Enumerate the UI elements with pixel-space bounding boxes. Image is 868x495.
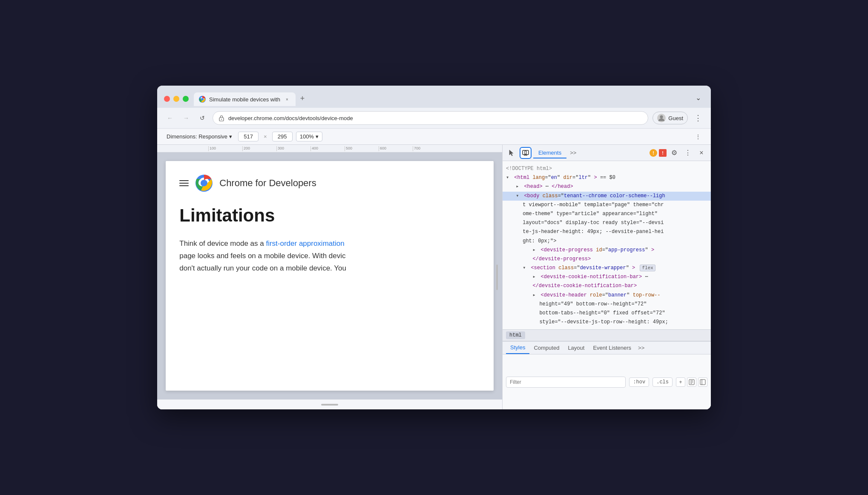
tab-styles[interactable]: Styles	[506, 342, 529, 354]
hamburger-menu[interactable]	[179, 180, 189, 186]
toggle-sidebar-icon	[700, 379, 706, 385]
tab-layout[interactable]: Layout	[563, 342, 589, 354]
new-tab-button[interactable]: +	[296, 92, 308, 104]
zoom-select[interactable]: 100% ▾	[296, 132, 322, 141]
dimensions-label: Dimensions: Responsive	[167, 133, 227, 140]
nav-bar: ← → ↺ developer.chrome.com/docs/devtools…	[157, 108, 711, 129]
zoom-label: 100%	[300, 133, 314, 140]
styles-filter-input[interactable]	[506, 377, 626, 388]
address-bar[interactable]: developer.chrome.com/docs/devtools/devic…	[213, 111, 648, 125]
devtools-more-button[interactable]: ⋮	[682, 147, 694, 159]
svg-point-2	[201, 98, 204, 101]
add-style-rule-button[interactable]: +	[676, 377, 685, 387]
dom-body-cont1: t viewport--mobile" template="page" them…	[503, 201, 711, 210]
page-scroll-indicator[interactable]	[496, 265, 498, 290]
ruler-mark-500: 500	[345, 146, 379, 151]
section-arrow[interactable]	[523, 264, 528, 272]
cursor-tool-button[interactable]	[506, 147, 518, 159]
dom-devsite-progress[interactable]: <devsite-progress id="app-progress" >	[503, 246, 711, 255]
ruler-mark-100: 100	[208, 146, 242, 151]
dom-tree[interactable]: <!DOCTYPE html> <html lang="en" dir="ltr…	[503, 161, 711, 329]
dom-breadcrumb: html	[503, 329, 711, 341]
hov-button[interactable]: :hov	[629, 377, 649, 387]
header-arrow[interactable]	[532, 291, 537, 299]
viewport: 100 200 300 400 500 600 700	[157, 145, 502, 409]
body-arrow[interactable]	[516, 192, 521, 200]
dimension-separator: ×	[262, 133, 269, 140]
styles-content: :hov .cls +	[503, 354, 711, 409]
refresh-button[interactable]: ↺	[196, 112, 208, 124]
page-content: Chrome for Developers Limitations Think …	[166, 161, 494, 391]
body-line3: don't actually run your code on a mobile…	[179, 262, 480, 275]
svg-rect-13	[700, 380, 705, 385]
device-mode-icon	[522, 149, 529, 157]
progress-arrow[interactable]	[532, 246, 537, 254]
maximize-button[interactable]	[183, 96, 189, 102]
device-toolbar-more-button[interactable]: ⋮	[692, 131, 704, 143]
main-area: 100 200 300 400 500 600 700	[157, 145, 711, 409]
profile-button[interactable]: Guest	[652, 112, 688, 124]
devtools-toolbar: Elements >> ! ! ⚙ ⋮	[503, 145, 711, 161]
minimize-button[interactable]	[173, 96, 179, 102]
cookie-bar-arrow[interactable]	[532, 273, 537, 281]
devtools-tabs-more[interactable]: >>	[567, 148, 579, 158]
elements-tab[interactable]: Elements	[533, 147, 566, 158]
browser-more-button[interactable]: ⋮	[692, 112, 704, 124]
dimensions-select[interactable]: Dimensions: Responsive ▾	[164, 132, 235, 141]
warnings-button[interactable]: !	[650, 149, 657, 157]
new-style-sheet-button[interactable]	[687, 377, 696, 387]
dom-header-cont2: bottom-tabs--height="0" fixed offset="72…	[503, 309, 711, 318]
dom-body-cont3: layout="docs" display-toc ready style="-…	[503, 219, 711, 227]
dom-body-cont2: ome-theme" type="article" appearance="li…	[503, 210, 711, 219]
height-input[interactable]	[272, 132, 293, 141]
dom-head[interactable]: <head> ⋯ </head>	[503, 182, 711, 191]
first-order-link[interactable]: first-order approximation	[266, 239, 344, 248]
tab-computed[interactable]: Computed	[529, 342, 563, 354]
active-tab[interactable]: Simulate mobile devices with ×	[194, 92, 296, 106]
devtools-close-button[interactable]: ×	[696, 147, 707, 159]
tab-favicon	[199, 96, 206, 103]
device-mode-button[interactable]	[520, 147, 532, 159]
dom-body[interactable]: <body class="tenant--chrome color-scheme…	[503, 192, 711, 201]
styles-tab-more[interactable]: >>	[635, 343, 647, 353]
more-dots-icon: ⋮	[684, 149, 691, 157]
devtools-icons-right: ! ! ⚙ ⋮ ×	[650, 147, 707, 159]
breadcrumb-html[interactable]: html	[506, 331, 525, 339]
close-button[interactable]	[164, 96, 170, 102]
browser-window: Simulate mobile devices with × + ⌄ ← → ↺…	[157, 86, 711, 409]
html-arrow[interactable]	[506, 174, 511, 182]
ruler-marks: 100 200 300 400 500 600 700	[208, 146, 447, 151]
svg-rect-10	[524, 155, 527, 155]
dom-section[interactable]: <section class="devsite-wrapper" > flex	[503, 264, 711, 273]
styles-tabs: Styles Computed Layout Event Listeners >…	[503, 342, 711, 354]
settings-icon: ⚙	[671, 149, 677, 157]
dom-cookie-bar[interactable]: <devsite-cookie-notification-bar> ⋯	[503, 273, 711, 282]
bottom-bar-handle	[321, 404, 338, 406]
tab-title: Simulate mobile devices with	[209, 96, 280, 103]
ruler-mark-700: 700	[413, 146, 447, 151]
title-bar: Simulate mobile devices with × + ⌄	[157, 86, 711, 108]
dom-header[interactable]: <devsite-header role="banner" top-row--	[503, 291, 711, 300]
tab-list-button[interactable]: ⌄	[692, 92, 704, 104]
tab-close-button[interactable]: ×	[284, 96, 290, 103]
body-line2: page looks and feels on a mobile device.…	[179, 250, 480, 262]
head-arrow[interactable]	[516, 183, 521, 191]
toggle-sidebar-button[interactable]	[698, 377, 707, 387]
chrome-logo	[195, 175, 213, 192]
dom-header-cont3: style="--devsite-js-top-row--height: 49p…	[503, 318, 711, 327]
site-info-icon	[218, 115, 225, 121]
tab-event-listeners[interactable]: Event Listeners	[589, 342, 635, 354]
dom-body-cont4: te-js-header-height: 49px; --devsite-pan…	[503, 227, 711, 236]
dom-body-cont5: ght: 0px;">	[503, 237, 711, 246]
back-button[interactable]: ←	[164, 112, 176, 124]
cls-button[interactable]: .cls	[652, 377, 673, 387]
devtools-settings-button[interactable]: ⚙	[668, 147, 680, 159]
profile-label: Guest	[668, 115, 683, 121]
page-header: Chrome for Developers	[179, 175, 480, 192]
ruler-mark-300: 300	[276, 146, 310, 151]
errors-button[interactable]: !	[659, 149, 667, 157]
dimensions-arrow-icon: ▾	[229, 133, 232, 140]
forward-button[interactable]: →	[180, 112, 192, 124]
width-input[interactable]	[238, 132, 259, 141]
dom-html[interactable]: <html lang="en" dir="ltr" > == $0	[503, 173, 711, 182]
